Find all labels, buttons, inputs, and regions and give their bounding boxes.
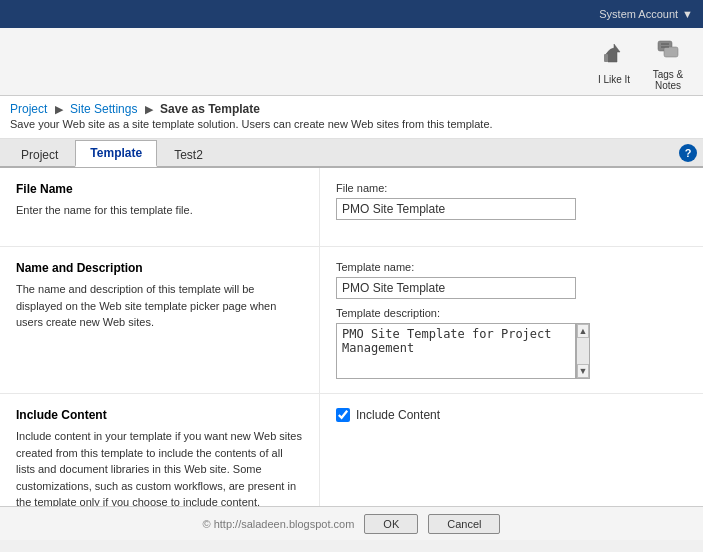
tab-project[interactable]: Project (6, 142, 73, 167)
scrollbar-vertical[interactable]: ▲ ▼ (576, 323, 590, 379)
ribbon: I Like It Tags &Notes (0, 28, 703, 96)
include-content-desc: Include content in your template if you … (16, 428, 303, 506)
tab-template[interactable]: Template (75, 140, 157, 167)
name-description-left: Name and Description The name and descri… (0, 247, 320, 393)
breadcrumb-sep-2: ▶ (145, 103, 153, 115)
svg-rect-0 (604, 54, 608, 62)
breadcrumb-current: Save as Template (160, 102, 260, 116)
top-bar: System Account ▼ (0, 0, 703, 28)
help-icon[interactable]: ? (679, 144, 697, 162)
breadcrumb-project[interactable]: Project (10, 102, 47, 116)
name-description-right: Template name: Template description: PMO… (320, 247, 703, 393)
i-like-it-icon (600, 40, 628, 72)
i-like-it-button[interactable]: I Like It (589, 34, 639, 91)
dropdown-icon: ▼ (682, 8, 693, 20)
svg-rect-2 (664, 47, 678, 57)
breadcrumb-bar: Project ▶ Site Settings ▶ Save as Templa… (0, 96, 703, 139)
scrollbar-down[interactable]: ▼ (577, 364, 589, 378)
tags-notes-label: Tags &Notes (653, 69, 684, 91)
file-name-label: File name: (336, 182, 687, 194)
cancel-button[interactable]: Cancel (428, 514, 500, 534)
file-name-right: File name: (320, 168, 703, 246)
include-content-section: Include Content Include content in your … (0, 394, 703, 506)
include-content-checkbox[interactable] (336, 408, 350, 422)
include-content-checkbox-label: Include Content (356, 408, 440, 422)
page-description: Save your Web site as a site template so… (10, 118, 693, 134)
template-name-label: Template name: (336, 261, 687, 273)
tags-notes-icon (654, 35, 682, 67)
tabs-bar: Project Template Test2 ? (0, 139, 703, 168)
footer-bar: © http://saladeen.blogspot.com OK Cancel (0, 506, 703, 540)
name-description-desc: The name and description of this templat… (16, 281, 303, 331)
file-name-left: File Name Enter the name for this templa… (0, 168, 320, 246)
tags-notes-button[interactable]: Tags &Notes (643, 34, 693, 91)
template-desc-label: Template description: (336, 307, 687, 319)
scrollbar-up[interactable]: ▲ (577, 324, 589, 338)
include-content-checkbox-row: Include Content (336, 408, 687, 422)
include-content-left: Include Content Include content in your … (0, 394, 320, 506)
ok-button[interactable]: OK (364, 514, 418, 534)
file-name-input[interactable] (336, 198, 576, 220)
file-name-desc: Enter the name for this template file. (16, 202, 303, 219)
system-account-menu[interactable]: System Account ▼ (599, 8, 693, 20)
template-description-textarea[interactable]: PMO Site Template for Project Management (336, 323, 576, 379)
breadcrumb-site-settings[interactable]: Site Settings (70, 102, 137, 116)
tab-test2[interactable]: Test2 (159, 142, 218, 167)
main-content: File Name Enter the name for this templa… (0, 168, 703, 506)
breadcrumb-sep-1: ▶ (55, 103, 63, 115)
include-content-title: Include Content (16, 408, 303, 422)
name-description-title: Name and Description (16, 261, 303, 275)
include-content-right: Include Content (320, 394, 703, 506)
file-name-title: File Name (16, 182, 303, 196)
template-name-input[interactable] (336, 277, 576, 299)
i-like-it-label: I Like It (598, 74, 630, 85)
template-desc-wrap: PMO Site Template for Project Management… (336, 323, 687, 379)
system-account-label: System Account (599, 8, 678, 20)
breadcrumb: Project ▶ Site Settings ▶ Save as Templa… (10, 102, 693, 116)
file-name-section: File Name Enter the name for this templa… (0, 168, 703, 247)
footer-url: © http://saladeen.blogspot.com (203, 518, 355, 530)
name-description-section: Name and Description The name and descri… (0, 247, 703, 394)
